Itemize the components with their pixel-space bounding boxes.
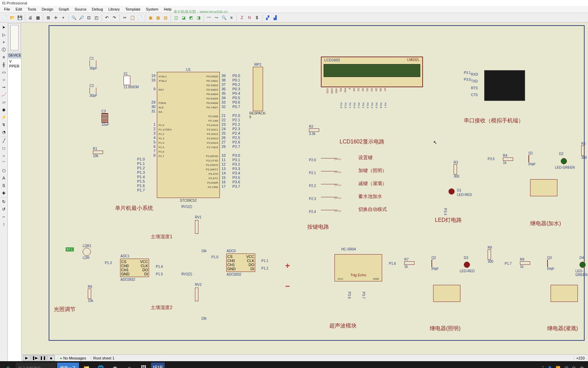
3d-icon[interactable]: ▟ [272, 14, 278, 21]
symbol2d-icon[interactable]: S [0, 182, 7, 189]
d3-led[interactable] [464, 262, 470, 268]
devices-list[interactable]: V PPER [8, 58, 21, 361]
open-icon[interactable]: 📂 [9, 14, 16, 21]
messages-indicator[interactable]: ● No Messages [58, 356, 88, 360]
zoom-all-icon[interactable]: ⊡ [85, 14, 92, 21]
search-button[interactable]: 搜索一下 [57, 363, 79, 368]
rotate-cw-icon[interactable]: ↻ [0, 198, 7, 205]
lcd1602[interactable]: LCD1602 LM032L [321, 57, 423, 87]
arc2d-icon[interactable]: ⌒ [0, 160, 7, 167]
graph-icon[interactable]: 📈 [0, 91, 7, 98]
cortana-icon[interactable]: ○ [122, 363, 136, 368]
zoom-area-icon[interactable]: ◰ [93, 14, 100, 21]
zoom-in-icon[interactable]: 🔍 [70, 14, 77, 21]
property-icon[interactable]: ≡ [228, 14, 235, 21]
r9[interactable]: R9 1k [520, 258, 530, 269]
mcu-chip[interactable]: U1 STC89C52 XTAL1XTAL2 RST PSENALEEA P1.… [157, 72, 220, 198]
wirelabel-icon[interactable]: ⓛ [0, 46, 7, 53]
save-icon[interactable]: 💾 [16, 14, 23, 21]
menu-help[interactable]: Help [161, 6, 174, 12]
ldr1[interactable]: LDR1 LDR [83, 244, 92, 260]
terminal-icon[interactable]: ○ [0, 76, 7, 83]
relay-water[interactable] [530, 179, 557, 196]
r4[interactable]: R4 1k [503, 154, 513, 165]
r7[interactable]: R7 1k [404, 258, 414, 269]
adc0[interactable]: ADC0 CSVCC CH0CLK CH1DO GNDDI ADC0832 [226, 254, 255, 272]
rp1[interactable]: RP1 RESPACK-8 [253, 67, 263, 111]
bus-icon[interactable]: ╫ [0, 61, 7, 68]
edge-icon[interactable]: e [1, 363, 15, 368]
block2-icon[interactable]: ▦ [154, 14, 161, 21]
rotate-ccw-icon[interactable]: ↺ [0, 206, 7, 213]
menu-source[interactable]: Source [72, 6, 89, 12]
rv2[interactable]: RV2 [195, 288, 198, 301]
schematic-canvas[interactable]: U1 STC89C52 XTAL1XTAL2 RST PSENALEEA P1.… [21, 22, 588, 361]
menu-graph[interactable]: Graph [56, 6, 72, 12]
button-symbols[interactable]: ○─○ ○─○ ○─○ ○─○ ○─○ [321, 154, 338, 210]
d4-led[interactable] [579, 262, 586, 268]
tape-icon[interactable]: ▱ [0, 99, 7, 106]
cut-icon[interactable]: ✂ [121, 14, 128, 21]
undo-icon[interactable]: ↶ [103, 14, 110, 21]
r1[interactable]: R1 10k [93, 147, 103, 158]
subcircuit-icon[interactable]: ▭ [0, 69, 7, 76]
virtual-terminal[interactable]: RXD TXD RTS CTS [484, 70, 525, 101]
menu-system[interactable]: System [143, 6, 161, 12]
c3[interactable]: C3 10uF [101, 109, 109, 126]
device-item[interactable]: V [9, 59, 20, 64]
devpin-icon[interactable]: ⊸ [0, 84, 7, 91]
search-input[interactable] [18, 366, 54, 368]
isis-icon[interactable]: ISIS [151, 363, 165, 368]
mirror-h-icon[interactable]: ↔ [0, 213, 7, 220]
selection-icon[interactable]: ➤ [0, 24, 7, 31]
hcsr04[interactable]: Trig Echo VCC GND [334, 254, 382, 281]
r3[interactable]: R3 300 [454, 160, 459, 178]
bom-icon[interactable]: $ [254, 14, 260, 21]
ldr-probe[interactable]: 57.1 [66, 247, 74, 251]
redo-icon[interactable]: ↷ [111, 14, 118, 21]
new-icon[interactable]: 📄 [1, 14, 8, 21]
edge2-icon[interactable]: 🌐 [94, 363, 108, 368]
origin-icon[interactable]: ✛ [52, 14, 59, 21]
explorer-icon[interactable]: 📁 [80, 363, 93, 368]
probe-v-icon[interactable]: ⚡ [0, 114, 7, 121]
menu-template[interactable]: Template [122, 6, 143, 12]
c2[interactable]: C2 30pF [89, 84, 97, 97]
menu-edit[interactable]: Edit [13, 6, 25, 12]
step-button[interactable]: ❚▶ [31, 355, 38, 361]
box2d-icon[interactable]: □ [0, 145, 7, 152]
device-item[interactable]: PPER [9, 64, 20, 68]
component-icon[interactable]: ▷ [0, 31, 7, 38]
r8[interactable]: R8 300 [488, 246, 493, 263]
q2[interactable]: Q2 PNP [431, 256, 439, 271]
r6[interactable]: R6 10k [88, 285, 93, 303]
adc1[interactable]: ADC1 CSVCC CH0CLK CH1DO GNDDI ADC0832 [120, 259, 149, 277]
path2d-icon[interactable]: ⬡ [0, 167, 7, 174]
x1[interactable]: X1 11.0592M [124, 72, 138, 89]
tray-ime[interactable]: 中 [580, 366, 584, 368]
mirror-v-icon[interactable]: ↕ [0, 221, 7, 228]
menu-debug[interactable]: Debug [89, 6, 105, 12]
menu-library[interactable]: Library [106, 6, 123, 12]
play-button[interactable]: ▶ [23, 355, 30, 361]
text2d-icon[interactable]: A [0, 175, 7, 182]
menu-tools[interactable]: Tools [25, 6, 39, 12]
grid-icon[interactable]: ⊞ [45, 14, 52, 21]
line2d-icon[interactable]: ╱ [0, 137, 7, 144]
pause-button[interactable]: ❚❚ [39, 355, 47, 361]
d1-led[interactable] [448, 188, 455, 195]
copy-icon[interactable]: 📋 [129, 14, 136, 21]
r5[interactable]: R5 300 [581, 142, 587, 159]
rv1[interactable]: RV1 [195, 220, 198, 234]
c1[interactable]: C1 30pF [89, 57, 97, 70]
ares-icon[interactable]: ▞ [264, 14, 271, 21]
photos-icon[interactable]: 🖼 [137, 363, 150, 368]
circle2d-icon[interactable]: ○ [0, 152, 7, 159]
script-icon[interactable]: ≡ [0, 54, 7, 61]
r2[interactable]: R2 3.3k [309, 125, 319, 136]
area-icon[interactable]: ▦ [34, 14, 41, 21]
relay-irrig[interactable] [551, 285, 578, 302]
erc-icon[interactable]: Z [239, 14, 245, 21]
marker2d-icon[interactable]: ✚ [0, 190, 7, 197]
stop-button[interactable]: ■ [47, 355, 55, 361]
